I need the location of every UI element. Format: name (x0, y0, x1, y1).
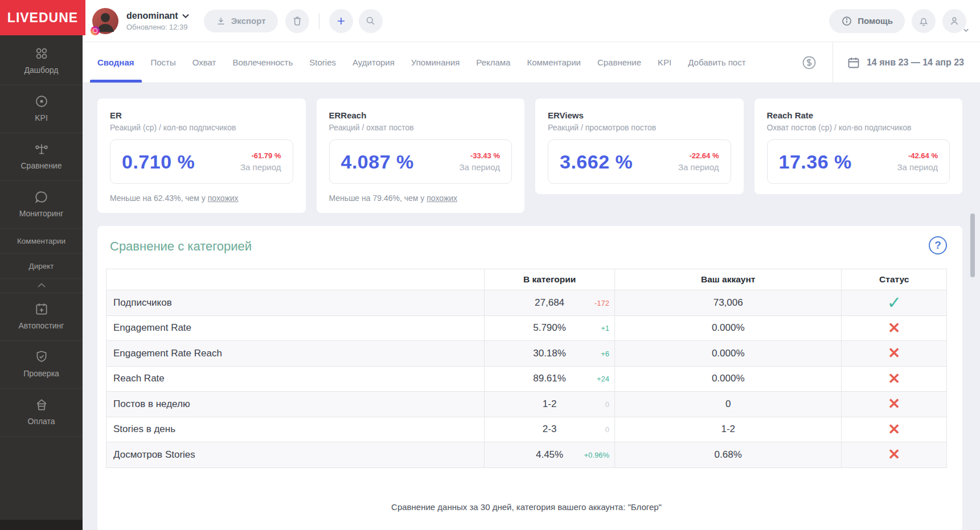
comparison-footnote: Сравнение данных за 30 дней, категория в… (106, 502, 947, 512)
metric-card-reach-rate: Reach Rate Охват постов (ср) / кол-во по… (755, 98, 963, 194)
help-button[interactable]: Помощь (829, 9, 905, 33)
sidebar-item-kpi[interactable]: KPI (0, 85, 83, 133)
question-help-icon[interactable]: ? (929, 236, 947, 254)
category-delta: +1 (601, 324, 609, 332)
tab-posty[interactable]: Посты (151, 42, 176, 83)
vertical-scrollbar[interactable] (970, 213, 975, 277)
category-delta: 0 (605, 425, 609, 434)
account-switcher[interactable]: denominant (126, 11, 189, 21)
category-value: 2-3 (543, 424, 557, 434)
search-icon (365, 15, 376, 26)
dollar-circle-icon (801, 55, 817, 71)
notifications-button[interactable] (912, 9, 936, 33)
table-row: Engagement Rate 5.790%+1 0.000% ✕ (106, 315, 947, 341)
category-value: 4.45% (536, 449, 563, 460)
metric-value: 0.710 % (122, 151, 195, 173)
status-cross-icon: ✕ (888, 370, 900, 387)
metric-delta: -42.64 % (897, 151, 938, 160)
status-cross-icon: ✕ (888, 395, 900, 412)
top-header: denominant Обновлено: 12:39 Экспорт (83, 0, 980, 42)
pricing-button[interactable] (801, 55, 817, 71)
export-button[interactable]: Экспорт (204, 10, 278, 32)
sidebar-collapse-button[interactable] (0, 279, 83, 293)
similar-accounts-link[interactable]: похожих (208, 194, 239, 203)
profile-button[interactable] (942, 9, 966, 33)
row-label: Engagement Rate (106, 315, 485, 341)
tab-reklama[interactable]: Реклама (476, 42, 510, 83)
category-value: 27,684 (535, 297, 564, 308)
tab-okhvat[interactable]: Охват (192, 42, 216, 83)
add-account-button[interactable] (329, 9, 353, 33)
monitoring-chat-icon (34, 190, 49, 204)
status-cross-icon: ✕ (888, 319, 900, 336)
tab-dobavit-post[interactable]: Добавить пост (688, 42, 745, 83)
tab-stories[interactable]: Stories (309, 42, 336, 83)
sidebar-item-dashboard[interactable]: Дашборд (0, 38, 83, 85)
sidebar-item-label: Проверка (23, 369, 59, 378)
sidebar-item-autoposting[interactable]: Автопостинг (0, 293, 83, 341)
row-label: Досмотров Stories (106, 442, 485, 468)
account-avatar[interactable] (92, 8, 118, 34)
similar-accounts-link[interactable]: похожих (427, 194, 457, 203)
category-comparison-panel: Сравнение с категорией ? В категории Ваш… (97, 226, 962, 530)
tab-svodnaya[interactable]: Сводная (97, 42, 134, 83)
header-divider (319, 13, 319, 29)
tab-kommentarii[interactable]: Комментарии (527, 42, 580, 83)
date-range-label: 14 янв 23 — 14 апр 23 (867, 57, 964, 68)
sidebar-item-label: Мониторинг (19, 209, 64, 218)
account-value: 0.68% (614, 442, 842, 468)
sidebar-item-payment[interactable]: Оплата (0, 389, 83, 437)
metric-value: 4.087 % (341, 151, 414, 173)
delete-button[interactable] (285, 9, 309, 33)
account-value: 1-2 (614, 417, 842, 442)
sidebar-item-label: KPI (35, 113, 48, 122)
header-status: Статус (842, 269, 947, 290)
search-button[interactable] (359, 9, 383, 33)
tab-auditoriya[interactable]: Аудитория (352, 42, 395, 83)
metric-title: Reach Rate (767, 110, 950, 120)
metric-subtitle: Реакций (ср) / кол-во подписчиков (110, 123, 293, 132)
tab-upominaniya[interactable]: Упоминания (411, 42, 460, 83)
date-range-picker[interactable]: 14 янв 23 — 14 апр 23 (833, 56, 980, 69)
metric-note: Меньше на 79.46%, чем у похожих (329, 194, 512, 203)
metric-period-label: За период (678, 162, 719, 172)
sidebar-item-comments[interactable]: Комментарии (0, 229, 83, 254)
account-name: denominant (126, 11, 178, 21)
metric-cards: ER Реакций (ср) / кол-во подписчиков 0.7… (97, 98, 962, 213)
metric-value-box: 0.710 % -61.79 % За период (110, 139, 293, 184)
metric-delta: -33.43 % (459, 151, 500, 160)
sidebar-item-label: Оплата (27, 417, 55, 426)
sidebar-item-direct[interactable]: Директ (0, 254, 83, 279)
sidebar-item-verification[interactable]: Проверка (0, 341, 83, 389)
calendar-icon (847, 56, 860, 69)
payment-basket-icon (34, 397, 49, 412)
tab-kpi[interactable]: KPI (658, 42, 671, 83)
metric-period-label: За период (240, 162, 281, 172)
status-check-icon: ✓ (887, 293, 901, 312)
category-delta: -172 (594, 298, 609, 307)
account-value: 0.000% (614, 315, 842, 341)
table-row: Постов в неделю 1-20 0 ✕ (106, 392, 947, 417)
metric-period-label: За период (897, 162, 938, 172)
sidebar: Дашборд KPI Сравнение Мониторинг (0, 0, 83, 530)
row-label: Engagement Rate Reach (106, 341, 485, 367)
category-delta: +24 (597, 375, 609, 383)
sidebar-item-comparison[interactable]: Сравнение (0, 133, 83, 181)
sidebar-item-label: Комментарии (17, 237, 65, 245)
metric-title: ERReach (329, 110, 512, 120)
chevron-down-icon (182, 14, 189, 18)
tab-sravnenie[interactable]: Сравнение (597, 42, 641, 83)
account-value: 0.000% (614, 341, 842, 367)
trash-icon (292, 15, 303, 27)
metric-card-erviews: ERViews Реакций / просмотров постов 3.66… (535, 98, 744, 194)
sidebar-item-monitoring[interactable]: Мониторинг (0, 181, 83, 229)
comparison-table: В категории Ваш аккаунт Статус Подписчик… (106, 269, 947, 468)
metric-value-box: 4.087 % -33.43 % За период (329, 139, 512, 184)
header-your-account: Ваш аккаунт (614, 269, 842, 290)
tab-vovlechennost[interactable]: Вовлеченность (232, 42, 293, 83)
category-delta: +6 (601, 349, 609, 358)
status-cross-icon: ✕ (888, 344, 900, 361)
status-cross-icon: ✕ (888, 446, 900, 463)
livedune-logo[interactable]: LIVEDUNE (0, 0, 85, 35)
sidebar-item-label: Автопостинг (19, 321, 64, 330)
